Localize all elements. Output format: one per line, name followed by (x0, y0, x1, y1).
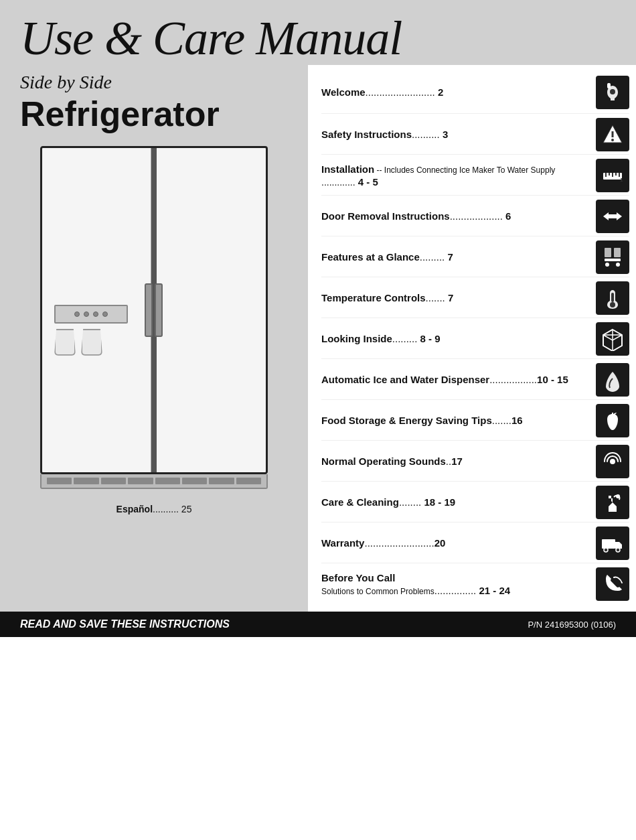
toc-normal-sounds[interactable]: Normal Operating Sounds..17 (321, 442, 629, 482)
toc-looking-inside[interactable]: Looking Inside......... 8 - 9 (321, 320, 629, 359)
svg-point-0 (610, 89, 615, 94)
subtitle-italic: Side by Side (20, 72, 288, 93)
safety-icon (596, 118, 629, 151)
toc-installation-text: Installation -- Includes Connecting Ice … (321, 163, 596, 189)
svg-point-18 (605, 263, 609, 267)
base-slot (47, 478, 72, 484)
fridge-illustration (33, 146, 274, 494)
svg-rect-27 (602, 539, 615, 549)
base-slot (209, 478, 234, 484)
footer-pn: P/N 241695300 (0106) (528, 620, 616, 630)
ice-water-icon (596, 363, 629, 397)
toc-welcome[interactable]: Welcome......................... 2 (321, 72, 629, 114)
warranty-icon (596, 527, 629, 560)
toc-ice-water-label: Automatic Ice and Water Dispenser.......… (321, 374, 568, 385)
svg-point-29 (616, 548, 620, 552)
looking-inside-icon (596, 322, 629, 356)
fridge-left-door (42, 148, 151, 472)
main-title: Use & Care Manual (20, 12, 616, 65)
base-slot (182, 478, 207, 484)
fridge-base (40, 474, 268, 489)
toc-safety[interactable]: Safety Instructions.......... 3 (321, 115, 629, 155)
door-removal-icon (596, 200, 629, 233)
left-panel: Side by Side Refrigerator (0, 65, 308, 612)
svg-point-25 (610, 459, 615, 464)
food-storage-icon (596, 404, 629, 437)
toc-care-cleaning-text: Care & Cleaning........ 18 - 19 (321, 496, 596, 509)
fridge-body (40, 146, 268, 474)
features-icon (596, 240, 629, 274)
toc-welcome-label: Welcome......................... 2 (321, 86, 443, 98)
svg-rect-16 (614, 248, 621, 257)
toc-before-call-label: Before You Call Solutions to Common Prob… (321, 572, 510, 597)
base-slot (74, 478, 98, 484)
toc-features[interactable]: Features at a Glance......... 7 (321, 238, 629, 277)
toc-ice-water[interactable]: Automatic Ice and Water Dispenser.......… (321, 360, 629, 400)
espanol-page: 25 (181, 504, 192, 514)
dispenser-cups (54, 329, 135, 356)
dispenser-dot-4 (102, 311, 108, 317)
footer-text: READ AND SAVE THESE INSTRUCTIONS (20, 618, 230, 630)
toc-installation[interactable]: Installation -- Includes Connecting Ice … (321, 156, 629, 196)
toc-door-removal[interactable]: Door Removal Instructions...............… (321, 197, 629, 236)
svg-rect-24 (612, 413, 613, 416)
left-door-handle (145, 283, 153, 337)
toc-warranty[interactable]: Warranty.........................20 (321, 524, 629, 563)
toc-temperature[interactable]: Temperature Controls....... 7 (321, 279, 629, 318)
svg-point-28 (604, 548, 608, 552)
toc-welcome-text: Welcome......................... 2 (321, 86, 596, 99)
toc-care-cleaning-label: Care & Cleaning........ 18 - 19 (321, 496, 455, 508)
toc-normal-sounds-text: Normal Operating Sounds..17 (321, 455, 596, 468)
svg-point-4 (611, 139, 614, 141)
toc-safety-text: Safety Instructions.......... 3 (321, 128, 596, 141)
toc-normal-sounds-label: Normal Operating Sounds..17 (321, 456, 463, 467)
svg-rect-7 (609, 173, 610, 176)
base-slot (128, 478, 153, 484)
before-call-icon (596, 567, 629, 601)
svg-rect-1 (607, 83, 611, 88)
base-slot (236, 478, 261, 484)
normal-sounds-icon (596, 445, 629, 478)
subtitle-bold: Refrigerator (20, 96, 288, 133)
content-area: Side by Side Refrigerator (0, 65, 636, 612)
toc-food-storage-text: Food Storage & Energy Saving Tips.......… (321, 414, 596, 427)
right-panel: Welcome......................... 2 Safet… (308, 65, 636, 612)
care-cleaning-icon (596, 486, 629, 519)
espanol-label: Español (116, 504, 153, 514)
svg-marker-14 (617, 212, 622, 220)
svg-rect-8 (612, 173, 613, 177)
toc-installation-label: Installation -- Includes Connecting Ice … (321, 163, 555, 188)
dispenser-dot-3 (93, 311, 98, 317)
installation-icon: 1 (596, 159, 629, 192)
svg-text:1: 1 (620, 177, 623, 183)
base-slot (101, 478, 126, 484)
espanol-dots: .......... (153, 504, 179, 514)
svg-rect-15 (605, 248, 611, 257)
toc-temperature-text: Temperature Controls....... 7 (321, 291, 596, 305)
toc-door-removal-text: Door Removal Instructions...............… (321, 210, 596, 223)
toc-before-call-text: Before You Call Solutions to Common Prob… (321, 571, 596, 598)
toc-care-cleaning[interactable]: Care & Cleaning........ 18 - 19 (321, 483, 629, 522)
dispenser-cup-left (54, 329, 76, 356)
svg-point-21 (610, 302, 615, 307)
dispenser-cup-right (81, 329, 102, 356)
toc-looking-inside-text: Looking Inside......... 8 - 9 (321, 332, 596, 346)
toc-safety-label: Safety Instructions.......... 3 (321, 129, 448, 140)
temperature-icon (596, 281, 629, 315)
dispenser-dot-1 (74, 311, 80, 317)
svg-rect-9 (615, 173, 617, 176)
toc-warranty-label: Warranty.........................20 (321, 537, 445, 549)
base-slot (155, 478, 180, 484)
footer: READ AND SAVE THESE INSTRUCTIONS P/N 241… (0, 612, 636, 637)
svg-rect-12 (609, 214, 617, 218)
toc-before-call[interactable]: Before You Call Solutions to Common Prob… (321, 565, 629, 604)
espanol-entry: Español.......... 25 (20, 504, 288, 514)
header: Use & Care Manual (0, 0, 636, 65)
svg-rect-3 (612, 131, 614, 137)
dispenser-panel (54, 305, 128, 324)
svg-rect-6 (605, 173, 607, 177)
toc-features-label: Features at a Glance......... 7 (321, 251, 453, 263)
svg-point-19 (616, 263, 620, 267)
toc-food-storage[interactable]: Food Storage & Energy Saving Tips.......… (321, 401, 629, 441)
fridge-base-grid (42, 474, 266, 488)
